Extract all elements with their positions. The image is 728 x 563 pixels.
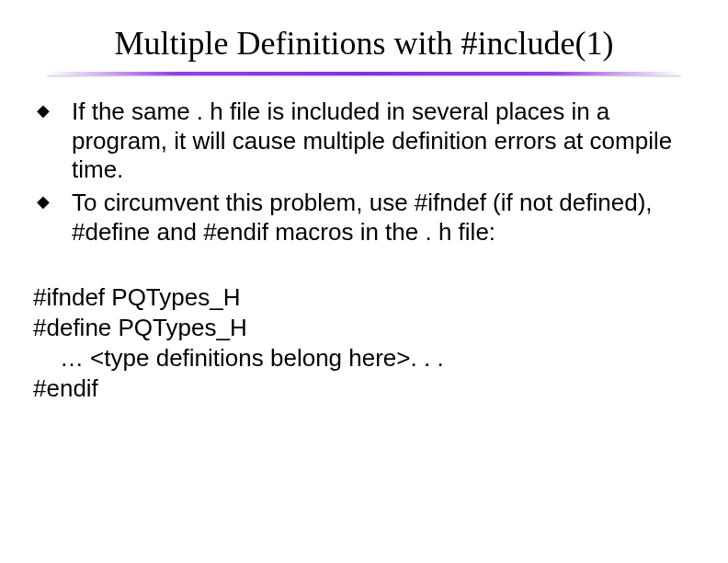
- bullet-list: If the same . h file is included in seve…: [33, 98, 695, 247]
- list-item: To circumvent this problem, use #ifndef …: [33, 189, 695, 247]
- body-text: If the same . h file is included in seve…: [0, 75, 728, 247]
- list-item: If the same . h file is included in seve…: [33, 98, 695, 185]
- bullet-text: If the same . h file is included in seve…: [72, 98, 672, 183]
- code-block: #ifndef PQTypes_H #define PQTypes_H … <t…: [0, 251, 728, 405]
- slide: { "title": "Multiple Definitions with #i…: [0, 0, 728, 563]
- bullet-text: To circumvent this problem, use #ifndef …: [72, 189, 653, 246]
- page-title: Multiple Definitions with #include(1): [0, 0, 728, 63]
